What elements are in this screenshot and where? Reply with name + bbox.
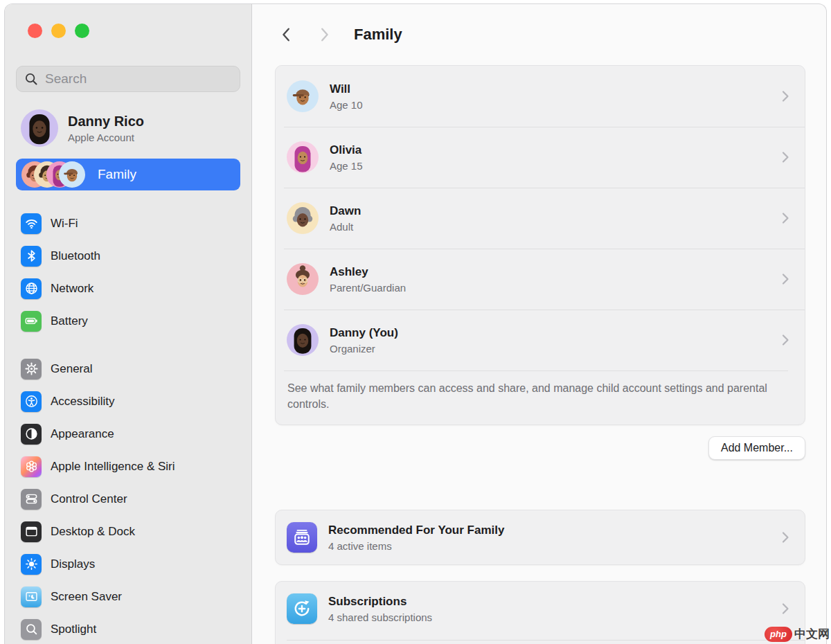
sidebar-item-label: General [51,362,92,376]
chevron-right-icon [316,26,332,44]
watermark: php 中文网 [765,626,830,642]
close-window-button[interactable] [28,24,42,38]
sidebar-item-spotlight[interactable]: Spotlight [16,613,240,644]
family-member-mini-avatar [59,161,85,190]
add-member-button[interactable]: Add Member... [708,436,805,460]
avatar [287,263,319,295]
wifi-icon [21,213,42,234]
sidebar-item-label: Apple Intelligence & Siri [51,460,175,474]
member-name: Ashley [330,265,406,279]
family-member-row-will[interactable]: WillAge 10 [276,66,805,127]
mini-avatar [59,161,85,188]
sidebar-item-label: Displays [51,557,95,571]
php-logo: php [765,627,792,642]
sidebar-group-connectivity: Wi-FiBluetoothNetworkBattery [16,207,240,337]
sun-icon [21,554,42,575]
sidebar-item-label: Appearance [51,427,114,441]
member-text: DawnAdult [330,204,361,233]
feature-subtitle: 4 shared subscriptions [328,611,432,623]
sidebar-item-battery[interactable]: Battery [16,305,240,337]
feature-subtitle: 4 active items [328,540,504,552]
member-detail: Age 15 [330,160,363,172]
member-detail: Organizer [330,343,398,355]
sidebar-item-label: Control Center [51,492,127,506]
chevron-right-icon [778,332,792,348]
sidebar-item-label: Bluetooth [51,249,100,263]
sidebar-item-appearance[interactable]: Appearance [16,418,240,450]
member-detail: Adult [330,221,361,233]
sidebar-item-general[interactable]: General [16,352,240,385]
sidebar-item-screen-saver[interactable]: Screen Saver [16,580,240,613]
member-name: Dawn [330,204,361,218]
avatar [287,324,319,356]
family-footnote: See what family members can access and s… [276,370,788,424]
recommended-for-your-family-card[interactable]: Recommended For Your Family4 active item… [275,510,805,565]
desktop-dock-icon [21,521,42,542]
search-input[interactable]: Search [16,66,240,92]
zoom-window-button[interactable] [75,24,89,38]
search-placeholder: Search [45,71,87,87]
back-button[interactable] [278,26,296,44]
member-text: OliviaAge 15 [330,143,363,172]
feature-row: Subscriptions4 shared subscriptions [276,582,805,636]
family-member-row-dawn[interactable]: DawnAdult [276,188,805,249]
ashley-avatar [287,263,319,295]
chevron-left-icon [279,26,294,44]
sidebar-item-bluetooth[interactable]: Bluetooth [16,240,240,272]
sidebar-item-apple-account[interactable]: Danny Rico Apple Account [16,109,240,147]
add-member-row: Add Member... [275,436,805,460]
sidebar-item-label: Wi-Fi [51,217,78,231]
window-controls [16,24,240,38]
avatar [21,109,58,147]
feature-text: Subscriptions4 shared subscriptions [328,595,432,623]
member-text: WillAge 10 [330,82,363,111]
row-divider [287,640,805,641]
olivia-avatar [287,141,319,173]
family-controls-icon [287,522,317,553]
dawn-avatar [287,202,319,234]
family-avatars [21,161,88,188]
sidebar: Search Danny Rico Apple Account Family W… [5,4,252,644]
sidebar-item-apple-intelligence-siri[interactable]: Apple Intelligence & Siri [16,450,240,483]
member-name: Danny (You) [330,326,398,340]
watermark-text: 中文网 [794,626,830,642]
sidebar-item-network[interactable]: Network [16,272,240,305]
danny-rico-avatar [21,109,58,147]
forward-button[interactable] [315,26,333,44]
family-member-row-ashley[interactable]: AshleyParent/Guardian [276,249,805,310]
accessibility-icon [21,391,42,412]
sidebar-item-wi-fi[interactable]: Wi-Fi [16,207,240,240]
avatar [287,202,319,234]
member-text: AshleyParent/Guardian [330,265,406,294]
feature-text: Recommended For Your Family4 active item… [328,524,504,552]
magnifier-icon [21,619,42,640]
sidebar-item-desktop-dock[interactable]: Desktop & Dock [16,515,240,548]
sidebar-item-label: Family [98,167,136,182]
chevron-right-icon [778,89,792,104]
family-member-row-danny-you[interactable]: Danny (You)Organizer [276,310,805,370]
feature-cards: Recommended For Your Family4 active item… [275,510,805,644]
sidebar-item-family[interactable]: Family [16,159,240,190]
appearance-icon [21,424,42,445]
member-name: Olivia [330,143,363,157]
screen-saver-icon [21,587,42,607]
search-icon [24,71,39,87]
gear-icon [21,359,42,379]
sidebar-item-label: Network [51,282,93,296]
feature-title: Recommended For Your Family [328,524,504,537]
profile-name: Danny Rico [68,114,144,129]
family-member-row-olivia[interactable]: OliviaAge 15 [276,127,805,188]
subscriptions-card[interactable]: Subscriptions4 shared subscriptions [275,581,805,644]
sidebar-item-displays[interactable]: Displays [16,548,240,580]
chevron-right-icon [778,150,792,165]
page-title: Family [354,26,402,44]
profile-subtitle: Apple Account [68,132,144,143]
sidebar-item-accessibility[interactable]: Accessibility [16,385,240,418]
profile-text: Danny Rico Apple Account [68,114,144,143]
sidebar-item-label: Spotlight [51,623,96,636]
sidebar-item-control-center[interactable]: Control Center [16,483,240,515]
family-members-list: WillAge 10OliviaAge 15DawnAdultAshleyPar… [276,66,805,370]
member-text: Danny (You)Organizer [330,326,398,355]
minimize-window-button[interactable] [51,24,66,38]
globe-icon [21,278,42,299]
